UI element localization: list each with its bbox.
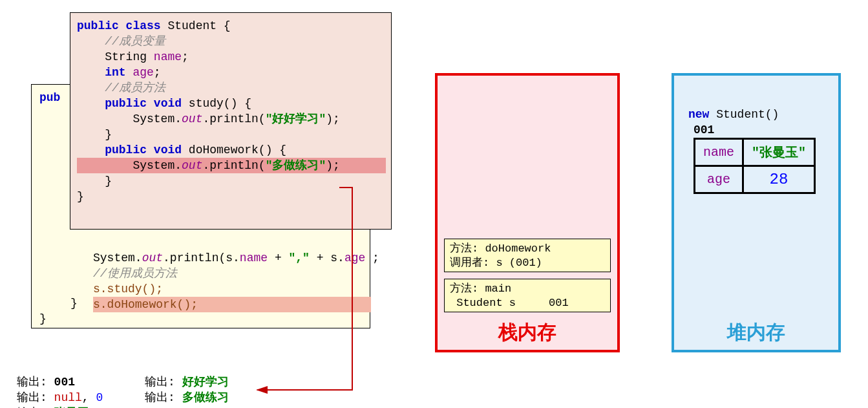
code-comment: //成员方法 xyxy=(77,81,165,94)
code-text: .println( xyxy=(202,159,265,172)
output-value: 多做练习 xyxy=(182,391,229,404)
code-text: String xyxy=(77,50,154,63)
code-kw: public void xyxy=(105,144,182,156)
heap-new-expr: new Student() xyxy=(688,108,779,121)
code-comment: //使用成员方法 xyxy=(93,267,177,280)
code-brace: } xyxy=(70,297,78,310)
code-text: ; xyxy=(182,50,189,63)
output-value: 好好学习 xyxy=(182,376,229,389)
code-text: doHomework() { xyxy=(182,144,286,156)
code-text: Student() xyxy=(709,108,779,121)
output-sep: , xyxy=(82,391,96,404)
code-out: out xyxy=(182,159,202,172)
code-text: .println( xyxy=(202,113,265,125)
frame-line: Student s 001 xyxy=(450,297,569,309)
code-field: name xyxy=(240,252,268,264)
output-value: 0 xyxy=(96,391,103,404)
code-text: } xyxy=(77,190,84,203)
code-string: "好好学习" xyxy=(266,113,326,125)
heap-field-age-label: age xyxy=(695,166,743,193)
heap-field-name-value: "张曼玉" xyxy=(743,139,815,166)
code-text: System. xyxy=(77,159,182,172)
student-class-code: public class Student { //成员变量 String nam… xyxy=(77,18,385,204)
code-kw: new xyxy=(688,108,709,121)
code-text xyxy=(77,66,105,79)
code-text: } xyxy=(77,175,112,188)
code-text: + xyxy=(268,252,288,264)
heap-field-name-label: name xyxy=(695,139,743,166)
console-outputs: 输出: 001 输出: 好好学习 输出: null, 0 输出: 多做练习 输出… xyxy=(17,359,229,408)
frame-line: 调用者: s (001) xyxy=(450,257,542,269)
heap-field-age-value: 28 xyxy=(743,166,815,193)
code-call-study: s.study(); xyxy=(93,283,163,295)
output-value: null xyxy=(54,391,82,404)
output-label: 输出: xyxy=(17,391,54,404)
frame-line: 方法: doHomework xyxy=(450,242,551,255)
code-fragment-pub: pub xyxy=(39,91,60,104)
code-text: System. xyxy=(93,252,142,264)
stack-title: 栈内存 xyxy=(438,319,617,346)
code-out: out xyxy=(142,252,163,264)
student-class-code-panel: public class Student { //成员变量 String nam… xyxy=(70,12,392,230)
code-field: age xyxy=(126,66,154,79)
code-text: Student { xyxy=(161,19,231,32)
frame-line: 方法: main xyxy=(450,283,511,295)
code-text: study() { xyxy=(182,97,251,110)
code-kw: int xyxy=(105,66,125,79)
stack-frame-main: 方法: main Student s 001 xyxy=(444,279,611,312)
heap-object-table: name "张曼玉" age 28 xyxy=(693,138,816,194)
code-text: ); xyxy=(326,159,340,172)
code-string: "," xyxy=(288,252,309,264)
heap-title: 堆内存 xyxy=(674,319,838,346)
code-text: + s. xyxy=(310,252,344,264)
code-kw: public void xyxy=(105,97,182,110)
code-brace: } xyxy=(39,312,47,325)
code-out: out xyxy=(182,113,202,125)
heap-address: 001 xyxy=(693,123,714,136)
code-text: ); xyxy=(326,113,340,125)
code-text: } xyxy=(77,128,112,141)
code-kw: public class xyxy=(77,19,161,32)
demo-code-body: System.out.println(s.name + "," + s.age … xyxy=(93,235,379,328)
output-label: 输出: xyxy=(17,376,54,389)
code-string: "多做练习" xyxy=(266,159,326,172)
output-value: 001 xyxy=(54,376,75,389)
stack-frame-dohomework: 方法: doHomework 调用者: s (001) xyxy=(444,239,611,272)
output-label: 输出: xyxy=(145,376,182,389)
code-text: ; xyxy=(154,66,161,79)
code-field: name xyxy=(154,50,182,63)
code-call-dohomework: s.doHomework(); xyxy=(93,298,198,311)
code-text xyxy=(77,144,105,156)
code-text: .println(s. xyxy=(163,252,240,264)
code-text: ; xyxy=(365,252,379,264)
code-text: System. xyxy=(77,113,182,125)
output-label: 输出: xyxy=(145,391,182,404)
heap-memory-box: new Student() 001 name "张曼玉" age 28 堆内存 xyxy=(672,73,841,352)
code-comment: //成员变量 xyxy=(77,35,165,48)
code-field: age xyxy=(344,252,365,264)
stack-memory-box: 方法: doHomework 调用者: s (001) 方法: main Stu… xyxy=(435,73,620,352)
code-text xyxy=(77,97,105,110)
